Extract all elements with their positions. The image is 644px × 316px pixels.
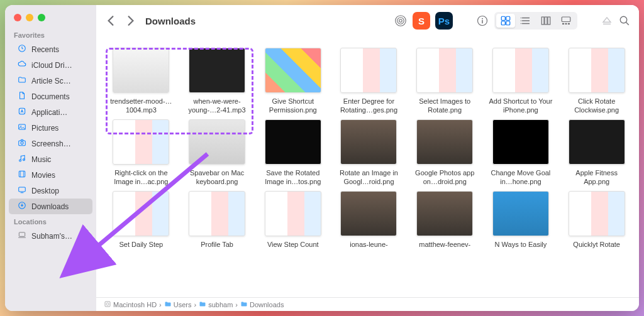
icon-view-button[interactable] [496, 14, 515, 28]
airdrop-icon[interactable] [395, 15, 406, 26]
file-name: Save the Rotated Image in…tos.png [259, 168, 327, 186]
sidebar-item-subhams[interactable]: Subham's… [9, 228, 92, 244]
file-item[interactable]: N Ways to Easily [485, 191, 557, 258]
svg-rect-42 [105, 302, 110, 307]
path-segment[interactable]: Users [164, 300, 192, 309]
film-icon [18, 170, 26, 180]
finder-window: Favorites RecentsiCloud Dri…Article Sc…D… [5, 5, 639, 311]
file-thumbnail [340, 48, 397, 93]
file-item[interactable]: ionas-leune- [333, 191, 405, 258]
file-grid-area[interactable]: trendsetter-mood-…1004.mp3when-we-were-y… [96, 36, 639, 297]
sidebar-item-articlesc[interactable]: Article Sc… [9, 73, 92, 89]
sidebar-item-screensh[interactable]: Screensh… [9, 136, 92, 151]
app-icon [18, 107, 26, 117]
sidebar-item-label: Documents [31, 92, 70, 101]
svg-line-41 [626, 22, 629, 25]
sidebar-item-label: Music [31, 155, 51, 164]
sidebar-item-iclouddri[interactable]: iCloud Dri… [9, 57, 92, 73]
disk-icon [104, 300, 111, 309]
svg-point-17 [397, 18, 404, 25]
svg-rect-22 [501, 16, 505, 20]
file-name: Add Shortcut to Your iPhone.png [487, 97, 555, 114]
file-item[interactable]: Set Daily Step [105, 191, 177, 258]
svg-rect-23 [506, 16, 510, 20]
path-segment[interactable]: Macintosh HD [104, 300, 157, 309]
sidebar-item-desktop[interactable]: Desktop [9, 183, 92, 199]
file-item[interactable]: Save the Rotated Image in…tos.png [257, 119, 329, 186]
sidebar-item-music[interactable]: Music [9, 151, 92, 167]
eject-button[interactable] [601, 15, 613, 26]
file-thumbnail [569, 119, 625, 165]
app-icon-s[interactable]: S [413, 12, 430, 30]
file-name: Right-click on the Image in…ac.png [107, 168, 175, 186]
svg-rect-24 [501, 21, 505, 25]
svg-point-43 [106, 303, 109, 305]
forward-button[interactable] [125, 15, 136, 26]
svg-point-29 [521, 18, 522, 19]
file-thumbnail [113, 48, 169, 93]
app-icon-ps[interactable]: Ps [435, 12, 453, 30]
back-button[interactable] [105, 15, 116, 26]
file-item[interactable]: Give Shortcut Permission.png [257, 48, 329, 114]
sidebar-item-downloads[interactable]: Downloads [9, 199, 92, 214]
music-icon [18, 154, 26, 165]
camera-icon [18, 138, 26, 149]
column-view-button[interactable] [536, 14, 555, 28]
file-item[interactable]: Google Photos app on…droid.png [409, 119, 481, 186]
file-item[interactable]: Select Images to Rotate.png [409, 48, 481, 114]
svg-rect-34 [548, 17, 550, 25]
search-button[interactable] [619, 15, 630, 26]
svg-point-30 [521, 20, 522, 21]
file-name: Change Move Goal in…hone.png [487, 168, 555, 186]
sidebar-item-pictures[interactable]: Pictures [9, 120, 92, 136]
sidebar-item-label: iCloud Dri… [31, 61, 72, 70]
file-item[interactable]: Apple Fitness App.png [560, 119, 633, 186]
gallery-view-button[interactable] [557, 14, 575, 28]
sidebar-item-label: Movies [31, 171, 55, 180]
file-item[interactable]: Right-click on the Image in…ac.png [105, 119, 177, 186]
info-button[interactable] [477, 15, 488, 26]
svg-point-6 [19, 160, 21, 161]
view-mode-group [494, 12, 577, 30]
sidebar-item-documents[interactable]: Documents [9, 89, 92, 104]
file-name: Give Shortcut Permission.png [259, 97, 327, 114]
file-thumbnail [416, 191, 473, 236]
window-controls [5, 14, 96, 21]
chevron-icon: › [235, 301, 238, 308]
minimize-button[interactable] [26, 14, 33, 21]
file-item[interactable]: View Step Count [257, 191, 329, 258]
file-name: Select Images to Rotate.png [411, 97, 479, 114]
path-segment[interactable]: Downloads [240, 300, 284, 309]
sidebar-item-movies[interactable]: Movies [9, 167, 92, 183]
file-item[interactable]: Profile Tab [181, 191, 253, 258]
path-label: Macintosh HD [113, 301, 157, 308]
folder-b-icon [164, 300, 172, 309]
svg-rect-38 [568, 23, 570, 25]
file-name: trendsetter-mood-…1004.mp3 [107, 97, 175, 114]
file-item[interactable]: when-we-were-young-…2-41.mp3 [181, 48, 253, 114]
file-thumbnail [569, 191, 625, 236]
file-item[interactable]: Spavebar on Mac keyboard.png [181, 119, 253, 186]
svg-rect-8 [19, 171, 25, 177]
file-item[interactable]: Click Rotate Clockwise.png [560, 48, 633, 114]
file-item[interactable]: Quicklyt Rotate [560, 191, 633, 258]
sidebar-item-applicati[interactable]: Applicati… [9, 104, 92, 120]
fullscreen-button[interactable] [38, 14, 45, 21]
folder-b-icon [199, 300, 206, 309]
path-segment[interactable]: subham [199, 300, 233, 309]
path-bar: Macintosh HD›Users›subham›Downloads [96, 297, 639, 311]
file-item[interactable]: Enter Degree for Rotating…ges.png [333, 48, 405, 114]
file-item[interactable]: matthew-feenev- [409, 191, 481, 258]
file-item[interactable]: Change Move Goal in…hone.png [485, 119, 557, 186]
sidebar-item-recents[interactable]: Recents [9, 41, 92, 57]
file-item[interactable]: Rotate an Image in Googl…roid.png [333, 119, 405, 186]
sidebar-item-label: Desktop [31, 187, 59, 195]
file-thumbnail [189, 119, 245, 165]
file-item[interactable]: trendsetter-mood-…1004.mp3 [105, 48, 177, 114]
close-button[interactable] [14, 14, 21, 21]
file-item[interactable]: Add Shortcut to Your iPhone.png [485, 48, 557, 114]
svg-rect-32 [541, 17, 544, 25]
file-thumbnail [340, 191, 397, 236]
folder-icon [18, 75, 26, 86]
list-view-button[interactable] [516, 14, 535, 28]
